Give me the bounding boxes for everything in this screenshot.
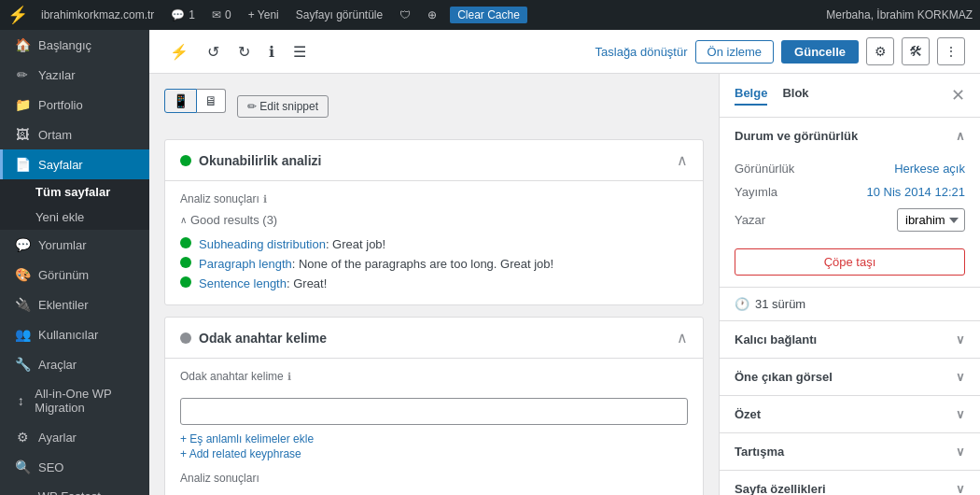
messages-count[interactable]: ✉ 0: [208, 8, 235, 21]
focus-keyword-header[interactable]: Odak anahtar kelime ∧: [165, 318, 703, 359]
visibility-value[interactable]: Herkese açık: [894, 162, 965, 176]
block-nav-button[interactable]: ☰: [287, 39, 312, 64]
block-info-button[interactable]: ℹ: [263, 39, 280, 64]
sidebar-item-beginning[interactable]: 🏠 Başlangıç: [0, 30, 149, 60]
visibility-field: Görünürlük Herkese açık: [735, 162, 965, 176]
featured-image-header[interactable]: Öne çıkan görsel ∨: [720, 359, 980, 395]
focus-keyword-field-label: Odak anahtar kelime ℹ: [180, 370, 688, 383]
more-options-button[interactable]: ⋮: [937, 37, 965, 65]
revision-text: 31 sürüm: [755, 297, 805, 311]
excerpt-header[interactable]: Özet ∨: [720, 396, 980, 432]
sidebar-item-seo[interactable]: 🔍 SEO: [0, 452, 149, 482]
sidebar-sub-all-pages[interactable]: Tüm sayfalar: [0, 179, 149, 205]
close-panel-button[interactable]: ✕: [951, 85, 965, 106]
wp-logo-icon[interactable]: ⚡: [7, 5, 28, 25]
new-content-button[interactable]: + Yeni: [245, 8, 283, 21]
readability-section: Okunabilirlik analizi ∧ Analiz sonuçları…: [164, 139, 704, 305]
sidebar-item-media[interactable]: 🖼 Ortam: [0, 120, 149, 149]
extra-icon[interactable]: ⊕: [424, 8, 441, 21]
add-synonyms-link[interactable]: + Eş anlamlı kelimeler ekle: [180, 432, 688, 446]
sidebar-label: Eklentiler: [38, 298, 88, 312]
page-attributes-chevron-icon: ∨: [956, 482, 965, 495]
permalink-header[interactable]: Kalıcı bağlantı ∨: [720, 321, 980, 358]
sidebar-item-settings[interactable]: ⚙ Ayarlar: [0, 422, 149, 452]
discussion-section: Tartışma ∨: [720, 433, 980, 471]
redo-button[interactable]: ↻: [232, 39, 256, 64]
desktop-view-button[interactable]: 🖥: [197, 89, 226, 113]
result-text: Paragraph length: None of the paragraphs…: [199, 257, 553, 271]
plugins-icon: 🔌: [14, 297, 31, 312]
comments-count[interactable]: 💬 1: [167, 8, 199, 21]
paragraph-link[interactable]: Paragraph length: [199, 257, 292, 271]
undo-button[interactable]: ↺: [202, 39, 225, 64]
sidebar-item-portfolio[interactable]: 📁 Portfolio: [0, 90, 149, 120]
sidebar-item-comments[interactable]: 💬 Yorumlar: [0, 230, 149, 260]
focus-keyword-toggle[interactable]: ∧: [677, 329, 688, 346]
readability-section-header[interactable]: Okunabilirlik analizi ∧: [165, 140, 703, 181]
editor-panels: 📱 🖥 ✏ Edit snippet Okunabilirlik analizi…: [149, 74, 980, 495]
sidebar-item-tools[interactable]: 🔧 Araçlar: [0, 349, 149, 379]
rank-math-icon[interactable]: 🛡: [396, 8, 414, 21]
readability-section-body: Analiz sonuçları ℹ ∧ Good results (3) Su…: [165, 181, 703, 304]
posts-icon: ✏: [14, 67, 31, 82]
portfolio-icon: 📁: [14, 97, 31, 112]
tools-icon: 🔧: [14, 357, 31, 372]
readability-results-label: Analiz sonuçları ℹ: [180, 192, 688, 205]
mobile-view-button[interactable]: 📱: [164, 89, 197, 113]
sidebar-label: Yazılar: [38, 68, 76, 82]
tools-toggle-button[interactable]: 🛠: [902, 37, 930, 65]
sidebar-item-users[interactable]: 👥 Kullanıcılar: [0, 319, 149, 349]
view-page-link[interactable]: Sayfayı görüntüle: [292, 8, 386, 21]
admin-bar-left: ⚡ ibrahimkorkmaz.com.tr 💬 1 ✉ 0 + Yeni S…: [7, 5, 815, 25]
discussion-header[interactable]: Tartışma ∨: [720, 433, 980, 470]
preview-button[interactable]: Ön izleme: [695, 40, 775, 64]
subheading-link[interactable]: Subheading distribution: [199, 237, 326, 251]
sidebar-item-plugins[interactable]: 🔌 Eklentiler: [0, 290, 149, 319]
focus-keyword-status-dot: [180, 332, 191, 344]
add-related-link[interactable]: + Add related keyphrase: [180, 447, 688, 460]
sidebar-label: Görünüm: [38, 268, 89, 282]
result-subheading: Subheading distribution: Great job!: [180, 234, 688, 254]
content-area: ⚡ ↺ ↻ ℹ ☰ Taslağa dönüştür Ön izleme Gün…: [149, 30, 980, 495]
page-attributes-title: Sayfa özellikleri: [735, 482, 826, 495]
sidebar-item-pages[interactable]: 📄 Sayfalar: [0, 149, 149, 179]
author-select[interactable]: ibrahim: [897, 208, 965, 232]
sentence-link[interactable]: Sentence length: [199, 276, 287, 290]
permalink-title: Kalıcı bağlantı: [735, 332, 817, 346]
sidebar-label: All-in-One WP Migration: [35, 387, 138, 415]
page-attributes-header[interactable]: Sayfa özellikleri ∨: [720, 471, 980, 495]
status-section-header[interactable]: Durum ve görünürlük ∧: [720, 118, 980, 154]
focus-keyword-body: Odak anahtar kelime ℹ + Eş anlamlı kelim…: [165, 359, 703, 495]
site-name[interactable]: ibrahimkorkmaz.com.tr: [37, 8, 158, 21]
sidebar-item-wpfastest[interactable]: ⚡ WP Fastest Cache: [0, 482, 149, 495]
settings-toggle-button[interactable]: ⚙: [866, 37, 894, 65]
discussion-title: Tartışma: [735, 445, 784, 459]
readability-section-title-row: Okunabilirlik analizi: [180, 153, 321, 168]
result-text: Subheading distribution: Great job!: [199, 237, 385, 251]
sidebar-label: WP Fastest Cache: [38, 489, 138, 495]
keyword-input[interactable]: [180, 398, 688, 425]
tab-document[interactable]: Belge: [735, 86, 767, 106]
editor-toolbar: ⚡ ↺ ↻ ℹ ☰ Taslağa dönüştür Ön izleme Gün…: [149, 30, 980, 74]
draft-button[interactable]: Taslağa dönüştür: [595, 45, 688, 59]
trash-button[interactable]: Çöpe taşı: [735, 248, 965, 276]
update-button[interactable]: Güncelle: [781, 40, 859, 64]
good-results-toggle[interactable]: ∧ Good results (3): [180, 213, 688, 227]
result-dot: [180, 237, 191, 248]
edit-snippet-button[interactable]: ✏ Edit snippet: [237, 95, 329, 118]
wp-logo-toolbar-icon[interactable]: ⚡: [164, 39, 194, 64]
comments-icon: 💬: [14, 237, 31, 252]
tab-block[interactable]: Blok: [782, 86, 808, 106]
status-chevron-icon: ∧: [956, 129, 965, 143]
clear-cache-button[interactable]: Clear Cache: [450, 7, 527, 23]
sidebar-sub-add-new[interactable]: Yeni ekle: [0, 205, 149, 230]
publish-value[interactable]: 10 Nis 2014 12:21: [866, 185, 965, 199]
revision-info[interactable]: 🕐 31 sürüm: [720, 288, 980, 321]
sidebar-item-appearance[interactable]: 🎨 Görünüm: [0, 260, 149, 290]
admin-bar-right: Merbaha, İbrahim KORKMAZ: [826, 8, 973, 21]
sidebar-item-migration[interactable]: ↕ All-in-One WP Migration: [0, 379, 149, 422]
keyword-info-icon: ℹ: [287, 371, 291, 383]
sidebar-label: Ortam: [38, 128, 72, 142]
sidebar-item-posts[interactable]: ✏ Yazılar: [0, 60, 149, 90]
readability-section-toggle[interactable]: ∧: [677, 151, 688, 169]
